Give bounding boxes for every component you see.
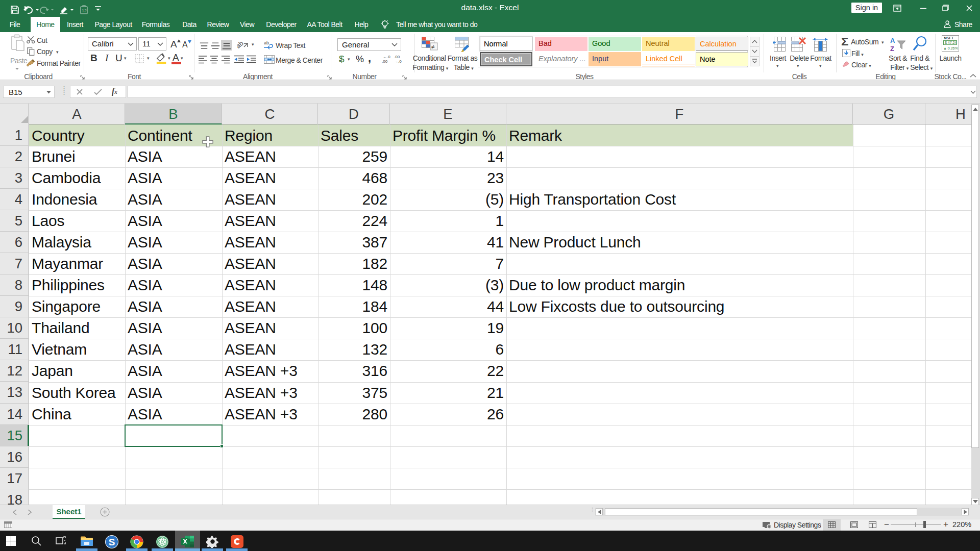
svg-text:ab: ab — [264, 40, 269, 45]
svg-text:.00: .00 — [382, 59, 388, 64]
svg-text:.00: .00 — [394, 55, 400, 59]
svg-text:A: A — [890, 37, 895, 44]
svg-text:Paste: Paste — [10, 57, 28, 65]
svg-text:Z: Z — [890, 45, 894, 52]
svg-text:S: S — [109, 537, 115, 547]
svg-text:ab: ab — [237, 39, 245, 50]
svg-text:≠: ≠ — [431, 43, 435, 51]
svg-text:←.0: ←.0 — [383, 55, 390, 59]
svg-text:→.0: →.0 — [394, 59, 402, 64]
